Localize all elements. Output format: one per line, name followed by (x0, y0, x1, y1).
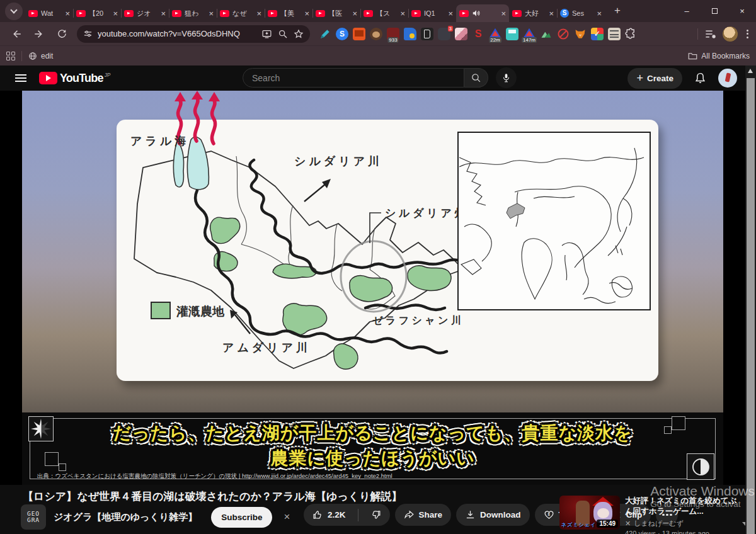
tab-6[interactable]: 【美× (265, 4, 312, 22)
tab-close-icon[interactable]: × (352, 9, 357, 18)
reload-button[interactable] (54, 26, 70, 42)
book-extension-icon[interactable] (421, 28, 433, 40)
tab-4[interactable]: 狙わ× (169, 4, 217, 22)
phone-extension-icon[interactable]: 3 (438, 28, 450, 40)
youtube-favicon (220, 10, 229, 17)
create-button[interactable]: +Create (627, 68, 682, 89)
tab-close-icon[interactable]: × (113, 9, 118, 18)
tab-close-icon[interactable]: × (304, 9, 309, 18)
recommended-thumbnail[interactable]: ネズミシェイ 15:49 (559, 496, 620, 530)
tab-11[interactable]: 大好× (509, 4, 557, 22)
recommended-channel[interactable]: ✕しまねげーむず (625, 519, 748, 528)
maximize-button[interactable] (701, 0, 728, 22)
bookmark-edit[interactable]: edit (28, 52, 53, 60)
pencil-extension-icon[interactable] (319, 28, 331, 40)
news-extension-icon[interactable] (608, 28, 621, 40)
monkey-extension-icon[interactable] (370, 28, 382, 40)
counter-extension-icon[interactable]: 933 (387, 28, 399, 40)
scrollbar-thumb[interactable] (747, 78, 755, 534)
toolbar-right (697, 26, 751, 42)
recommended-video-card[interactable]: ネズミシェイ 15:49 大好評！ネズミの首を絞めてぶん回すホラーゲーム... … (559, 496, 748, 534)
tab-active-current-video[interactable]: × (456, 4, 509, 22)
back-button[interactable] (8, 26, 25, 42)
address-bar[interactable]: youtube.com/watch?v=V665OdsDHNQ (77, 25, 310, 43)
video-frame[interactable]: 灌漑農地 ア ラ ル 海 シ ル ダ リ ア 川 シ ル ダ リ ア 州 ゼ ラ… (22, 91, 723, 485)
dismiss-x-icon[interactable]: ✕ (625, 520, 631, 528)
like-button[interactable]: 2.2K (304, 504, 353, 526)
channel-row: GEO GRA ジオグラ【地理のゆっくり雑学】 Subscribe × (21, 504, 290, 530)
scroll-up-arrow[interactable] (748, 69, 753, 73)
tab-close-icon[interactable]: × (597, 9, 602, 18)
color-check-extension-icon[interactable]: ✓ (591, 28, 604, 40)
download-button[interactable]: Download (456, 504, 530, 526)
profile-avatar[interactable] (723, 26, 738, 42)
tab-search-button[interactable] (5, 3, 23, 20)
alert-extension-icon-2[interactable]: 147m (523, 28, 536, 40)
tab-session[interactable]: SSes× (557, 4, 605, 22)
forward-button[interactable] (31, 26, 47, 42)
tab-5[interactable]: なぜ× (217, 4, 265, 22)
install-icon[interactable] (261, 28, 272, 39)
share-button[interactable]: Share (395, 504, 452, 526)
url-text[interactable]: youtube.com/watch?v=V665OdsDHNQ (98, 29, 261, 38)
tab-watch-later[interactable]: Wat× (25, 4, 73, 22)
docs-extension-icon[interactable] (404, 28, 416, 40)
tab-9[interactable]: IQ1× (408, 4, 456, 22)
video-player[interactable]: 灌漑農地 ア ラ ル 海 シ ル ダ リ ア 川 シ ル ダ リ ア 州 ゼ ラ… (0, 91, 745, 485)
tab-strip: Wat× 【20× ジオ× 狙わ× なぜ× 【美× 【医× 【ス× IQ1× ×… (0, 0, 756, 22)
dismiss-icon[interactable]: × (284, 511, 290, 523)
tv-extension-icon[interactable] (353, 28, 365, 40)
session-extension-icon[interactable]: S (336, 28, 348, 40)
alert-extension-icon-1[interactable]: 22m (489, 28, 501, 40)
browser-window: Wat× 【20× ジオ× 狙わ× なぜ× 【美× 【医× 【ス× IQ1× ×… (0, 0, 756, 534)
seo-extension-icon[interactable]: S (472, 28, 484, 40)
tab-2[interactable]: 【20× (73, 4, 121, 22)
channel-avatar[interactable]: GEO GRA (21, 504, 46, 530)
tab-3[interactable]: ジオ× (121, 4, 169, 22)
minimize-button[interactable]: – (673, 0, 701, 22)
channel-name[interactable]: ジオグラ【地理のゆっくり雑学】 (54, 511, 197, 523)
anime-extension-icon[interactable] (455, 28, 467, 40)
voice-search-button[interactable] (496, 67, 517, 88)
close-window-button[interactable]: × (728, 0, 756, 22)
tab-close-icon[interactable]: × (501, 9, 506, 18)
site-info-icon[interactable] (83, 29, 93, 38)
guide-menu-button[interactable] (15, 72, 26, 84)
search-button[interactable] (464, 68, 488, 88)
docs-dot (410, 33, 415, 38)
zoom-icon[interactable] (278, 29, 288, 39)
tab-close-icon[interactable]: × (65, 9, 70, 18)
tab-close-icon[interactable]: × (549, 9, 554, 18)
extensions-puzzle-icon[interactable] (625, 28, 638, 40)
notifications-bell-icon[interactable] (694, 72, 707, 85)
tab-8[interactable]: 【ス× (360, 4, 408, 22)
bookmark-star-icon[interactable] (294, 29, 304, 39)
floppy-extension-icon[interactable] (506, 28, 518, 40)
search-input[interactable] (252, 73, 455, 83)
all-bookmarks-button[interactable]: All Bookmarks (688, 52, 750, 60)
tab-close-icon[interactable]: × (400, 9, 405, 18)
label-amu-darya-river: ア ム ダ リ ア 川 (222, 341, 307, 354)
search-bar[interactable] (243, 68, 464, 88)
youtube-logo[interactable]: YouTube JP (39, 72, 111, 85)
tab-close-icon[interactable]: × (448, 9, 453, 18)
terrain-extension-icon[interactable] (540, 28, 553, 40)
fox-extension-icon[interactable] (574, 28, 587, 40)
extension-icons: S 933 3 S 22m 147m ✓ (319, 28, 638, 40)
blocker-extension-icon[interactable] (557, 28, 570, 40)
apps-grid-icon[interactable] (6, 52, 15, 60)
tab-7[interactable]: 【医× (312, 4, 360, 22)
caption-band: だったら、たとえ湖が干上がることになっても、貴重な淡水を 農業に使ったほうがいい… (22, 412, 723, 485)
page-scrollbar[interactable] (745, 65, 756, 534)
masthead-right: +Create (627, 65, 737, 91)
tab-close-icon[interactable]: × (256, 9, 261, 18)
tab-close-icon[interactable]: × (209, 9, 214, 18)
dislike-button[interactable] (363, 504, 390, 526)
subscribe-button[interactable]: Subscribe (211, 507, 272, 528)
recommended-title[interactable]: 大好評！ネズミの首を絞めてぶん回すホラーゲーム... (625, 496, 743, 517)
account-avatar[interactable] (718, 69, 737, 88)
reading-list-icon[interactable] (704, 29, 716, 39)
tab-close-icon[interactable]: × (161, 9, 166, 18)
new-tab-button[interactable]: + (609, 3, 626, 20)
chrome-menu-button[interactable] (744, 27, 751, 41)
